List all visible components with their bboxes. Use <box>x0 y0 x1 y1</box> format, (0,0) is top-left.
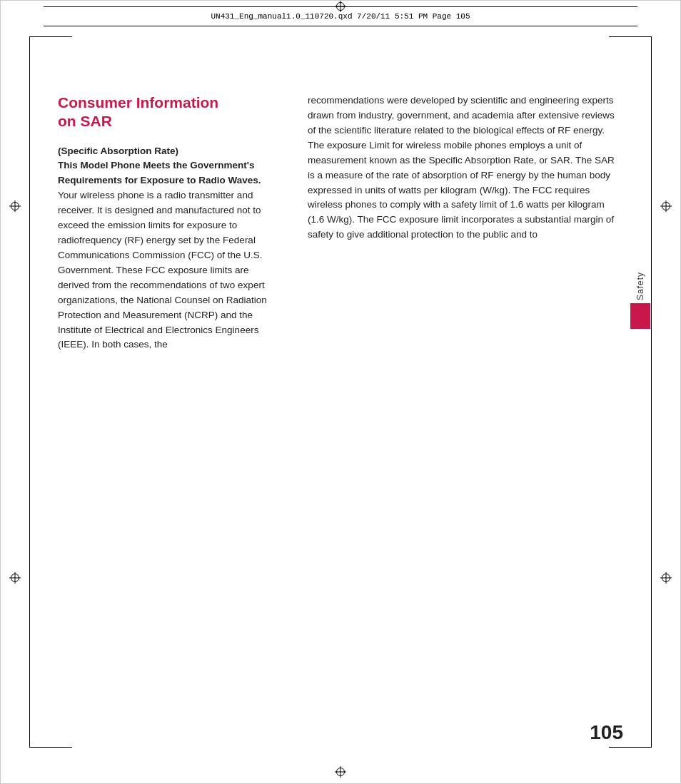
header-file-info: UN431_Eng_manual1.0_110720.qxd 7/20/11 5… <box>211 12 470 21</box>
safety-sidebar-container: Safety <box>630 272 650 329</box>
page-container: UN431_Eng_manual1.0_110720.qxd 7/20/11 5… <box>0 0 681 784</box>
deco-line-top-left <box>29 36 72 37</box>
deco-line-bottom-right <box>609 747 652 748</box>
reg-mark-bottom-center <box>335 766 346 778</box>
right-column-body: recommendations were developed by scient… <box>308 93 623 243</box>
safety-label: Safety <box>635 272 645 300</box>
left-column: Consumer Information on SAR (Specific Ab… <box>58 93 293 712</box>
left-body-text: Your wireless phone is a radio transmitt… <box>58 190 267 350</box>
border-right <box>651 36 652 748</box>
content-area: Consumer Information on SAR (Specific Ab… <box>58 93 623 712</box>
right-column: recommendations were developed by scient… <box>293 93 623 712</box>
bold-intro: This Model Phone Meets the Government's … <box>58 160 261 185</box>
border-left <box>29 36 30 748</box>
page-number: 105 <box>590 721 623 744</box>
right-body-text: recommendations were developed by scient… <box>308 95 615 240</box>
reg-mark-top-center <box>335 1 346 12</box>
reg-mark-left-bottom <box>9 572 21 584</box>
safety-bar-accent <box>630 303 650 329</box>
absorption-rate-label: (Specific Absorption Rate) <box>58 146 178 156</box>
title-line2: on SAR <box>58 113 112 129</box>
left-column-body: (Specific Absorption Rate) This Model Ph… <box>58 144 279 353</box>
reg-mark-right-top <box>660 200 672 212</box>
title-line1: Consumer Information <box>58 94 218 111</box>
deco-line-top-right <box>609 36 652 37</box>
section-title: Consumer Information on SAR <box>58 93 279 131</box>
reg-mark-right-bottom <box>660 572 672 584</box>
deco-line-bottom-left <box>29 747 72 748</box>
reg-mark-left-top <box>9 200 21 212</box>
